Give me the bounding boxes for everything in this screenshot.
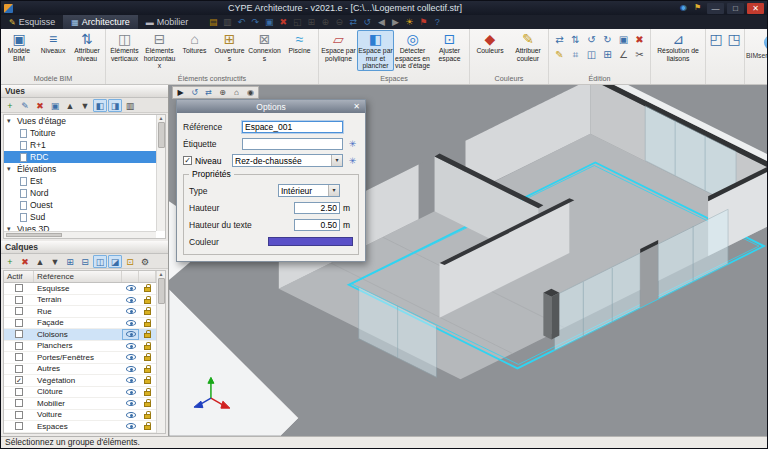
layer-active-checkbox[interactable] [15, 365, 23, 373]
help-icon[interactable]: ? [430, 16, 444, 28]
dropdown-arrow-icon[interactable]: ▾ [328, 185, 339, 196]
view-tree-item[interactable]: Sud [4, 211, 156, 223]
layer-active-checkbox[interactable] [15, 307, 23, 315]
viewport-3d[interactable]: ▶↺⇄⊕⌂◉ Options ✕ Référence Étiquette [169, 85, 767, 436]
layer-active-checkbox[interactable] [15, 353, 23, 361]
layer-row[interactable]: Portes/Fenêtres [4, 352, 156, 364]
layer-visibility-button[interactable] [122, 341, 139, 352]
duplicate-view-icon[interactable]: ▣ [48, 99, 62, 112]
view-tree-group[interactable]: ▾Vues 3D [4, 223, 156, 231]
layer-active-checkbox[interactable] [15, 296, 23, 304]
view-tree-group[interactable]: ▾Élévations [4, 163, 156, 175]
elevate-icon[interactable]: ⇅ [568, 33, 583, 47]
bimserver-center-button[interactable]: BIMserver.center [746, 30, 767, 59]
rotate-copy-icon[interactable]: ↻ [600, 33, 615, 47]
expand-layers-icon[interactable]: ⊞ [63, 255, 77, 268]
assign-color-button[interactable]: ✎Attribuer couleur [509, 30, 547, 63]
layer-lock-button[interactable] [139, 295, 156, 306]
layer-row[interactable]: Façade [4, 318, 156, 330]
layer-lock-button[interactable] [139, 364, 156, 375]
capture-icon[interactable]: ◉ [244, 87, 257, 98]
layer-config-icon[interactable]: ⚙ [138, 255, 152, 268]
openings-button[interactable]: ⊞Ouvertures [212, 30, 247, 63]
layer-down-icon[interactable]: ▼ [48, 255, 62, 268]
layer-visibility-button[interactable] [122, 398, 139, 409]
chevron-down-icon[interactable]: ▾ [7, 165, 14, 173]
copy-icon[interactable]: ▣ [616, 33, 631, 47]
vues-vertical-scrollbar[interactable]: ▲ [156, 115, 165, 231]
vertical-elements-button[interactable]: ◫Éléments verticaux [107, 30, 142, 63]
reference-input[interactable] [242, 121, 343, 133]
dialog-close-button[interactable]: ✕ [350, 101, 363, 112]
view-tree-group[interactable]: ▾Vues d'étage [4, 115, 156, 127]
layer-visibility-button[interactable] [122, 421, 139, 432]
dialog-titlebar[interactable]: Options ✕ [177, 100, 365, 113]
layer-active-checkbox[interactable] [15, 411, 23, 419]
layer-visibility-button[interactable] [122, 352, 139, 363]
roofs-button[interactable]: ⌂Toitures [177, 30, 212, 56]
layer-visibility-button[interactable] [122, 387, 139, 398]
layer-row[interactable]: Autres [4, 364, 156, 376]
layer-visibility-button[interactable] [122, 410, 139, 421]
layer-row[interactable]: Rue [4, 306, 156, 318]
view-tree-item[interactable]: Nord [4, 187, 156, 199]
delete-icon[interactable]: ✖ [276, 16, 290, 28]
delete-icon[interactable]: ✖ [632, 33, 647, 47]
layer-lock-button[interactable] [139, 352, 156, 363]
view-tree-item[interactable]: Toiture [4, 127, 156, 139]
layer-visibility-button[interactable] [122, 283, 139, 294]
minimize-button[interactable]: — [707, 3, 724, 14]
connections-button[interactable]: ⊠Connexions [247, 30, 282, 63]
layer-lock-button[interactable] [139, 283, 156, 294]
import-icon[interactable]: ▤ [206, 16, 220, 28]
niveau-options-icon[interactable]: ✳ [346, 156, 359, 166]
collapse-layers-icon[interactable]: ⊟ [78, 255, 92, 268]
couleur-swatch[interactable] [268, 237, 353, 246]
chevron-down-icon[interactable]: ▾ [7, 117, 14, 125]
layer-up-icon[interactable]: ▲ [33, 255, 47, 268]
pool-button[interactable]: ≈Piscine [282, 30, 317, 56]
pan-icon[interactable]: ⇄ [346, 16, 360, 28]
niveau-checkbox[interactable]: ✓ [183, 156, 192, 165]
measure-angle-icon[interactable]: ∠ [616, 48, 631, 62]
layer-lock-button[interactable] [139, 341, 156, 352]
notifications-icon[interactable]: ⚑ [691, 2, 704, 14]
space-wall-floor-button[interactable]: ◧Espace par mur et plancher [357, 30, 394, 71]
layer-lock-button[interactable] [139, 421, 156, 432]
layer-lock-button[interactable] [139, 387, 156, 398]
assign-level-button[interactable]: ⇅Attribuer niveau [70, 30, 104, 63]
bim-model-button[interactable]: ▣Modèle BIM [2, 30, 36, 63]
layer-active-checkbox[interactable] [15, 422, 23, 430]
detect-spaces-button[interactable]: ◎Détecter espaces en vue d'étage [394, 30, 431, 71]
view-tree-item[interactable]: Est [4, 175, 156, 187]
zoom-icon[interactable]: ⊕ [216, 87, 229, 98]
layer-row[interactable]: Mobilier [4, 398, 156, 410]
type-select[interactable]: Intérieur ▾ [278, 184, 340, 197]
layer-visibility-button[interactable] [122, 318, 139, 329]
view-tree-item[interactable]: Ouest [4, 199, 156, 211]
trim-icon[interactable]: ✂ [632, 48, 647, 62]
add-view-icon[interactable]: + [3, 99, 17, 112]
dropdown-arrow-icon[interactable]: ▾ [331, 155, 342, 166]
orbit-icon[interactable]: ↺ [188, 87, 201, 98]
undo-icon[interactable]: ↶ [234, 16, 248, 28]
zoom-out-icon[interactable]: ⊖ [332, 16, 346, 28]
divide-icon[interactable]: ⌗ [568, 48, 583, 62]
move-view-up-icon[interactable]: ▲ [63, 99, 77, 112]
layer-lock-button[interactable] [139, 375, 156, 386]
zoom-in-icon[interactable]: ⊕ [318, 16, 332, 28]
show-references-icon[interactable]: ◨ [108, 99, 122, 112]
show-elements-icon[interactable]: ◧ [93, 99, 107, 112]
link-resolution-button[interactable]: ⊿Résolution de liaisons [652, 30, 704, 63]
layer-active-checkbox[interactable] [15, 342, 23, 350]
hauteur-texte-input[interactable] [294, 219, 340, 231]
space-polyline-button[interactable]: ▱Espace par polyligne [320, 30, 357, 63]
delete-view-icon[interactable]: ✖ [33, 99, 47, 112]
wall-link-tool-button[interactable]: ◰ [707, 30, 725, 48]
column-header-reference[interactable]: Référence [34, 271, 122, 282]
rotate-icon[interactable]: ↺ [584, 33, 599, 47]
layer-lock-button[interactable] [139, 329, 156, 340]
layer-active-checkbox[interactable] [15, 319, 23, 327]
mirror-icon[interactable]: ◫ [584, 48, 599, 62]
layer-active-checkbox[interactable] [15, 330, 23, 338]
